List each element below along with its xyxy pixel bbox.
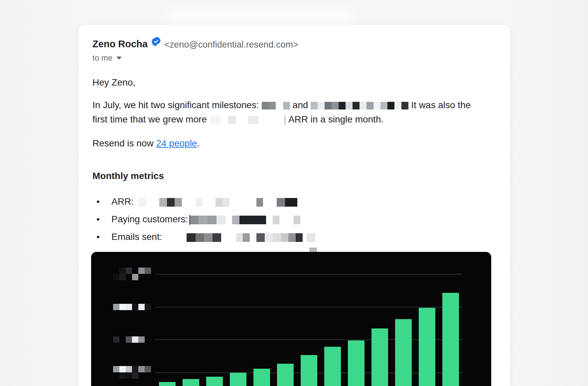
team-size-line: Resend is now 24 people. [92,138,200,149]
people-link[interactable]: 24 people [156,138,197,148]
chart-bar [324,347,341,386]
chart-bar [442,293,459,386]
blurred-subject-artifact [166,8,353,23]
bullet-emails-sent: •Emails sent: [96,232,318,242]
chart-bar [419,308,435,386]
redacted-text-block [262,102,290,109]
chart-bar [159,382,176,386]
redacted-value-block [138,198,297,207]
chart-bar [230,373,246,386]
paragraph-line-1: In July, we hit two significant mileston… [92,99,471,111]
bullet-label: Emails sent: [111,232,162,242]
paragraph-text: first time that we grew more [92,114,207,124]
page-background: Zeno Rocha <zeno@confidential.resend.com… [0,0,588,386]
recipient-expander[interactable]: to me [92,54,122,62]
bullet-marker: • [96,214,101,225]
chart-gridline [155,339,462,340]
chart-bar [206,377,223,386]
paragraph-text: In July, we hit two significant mileston… [92,100,259,110]
chart-bar [183,379,199,386]
y-axis-label-redacted [113,268,151,280]
recipient-label: to me [92,53,112,62]
bullet-paying-customers: •Paying customers: [96,214,302,225]
chevron-down-icon [116,57,122,60]
bullet-marker: • [96,196,101,207]
y-axis-label-redacted [113,304,151,310]
chart-gridline [155,274,462,275]
chart-bar [371,328,388,386]
bullet-label: Paying customers: [111,214,188,224]
redacted-text-block [311,102,408,109]
metrics-heading: Monthly metrics [92,170,164,182]
paragraph-text: . [197,138,200,148]
bullet-label: ARR: [111,196,134,207]
redacted-text-block [210,115,286,125]
paragraph-text: and [293,100,308,110]
chart-bar [395,319,412,386]
greeting-text: Hey Zeno, [92,77,135,88]
chart-bar [348,340,365,386]
paragraph-text: Resend is now [92,138,156,148]
y-axis-label-redacted [113,336,151,343]
metrics-bar-chart [91,252,491,386]
verified-badge-icon [151,37,161,46]
redacted-value-block [187,233,315,242]
sender-email: <zeno@confidential.resend.com> [164,40,298,50]
paragraph-text: It was also the [411,100,471,110]
chart-gridline [155,307,462,307]
sender-name: Zeno Rocha [92,39,148,49]
chart-bar [277,364,294,386]
chart-bar [253,369,270,386]
paragraph-text: ARR in a single month. [288,114,383,124]
redacted-value-block [189,215,300,225]
bullet-arr: •ARR: [96,196,300,207]
paragraph-line-2: first time that we grew moreARR in a sin… [92,114,383,125]
y-axis-label-redacted [113,366,151,379]
chart-bar [301,355,317,386]
bullet-marker: • [96,232,101,242]
